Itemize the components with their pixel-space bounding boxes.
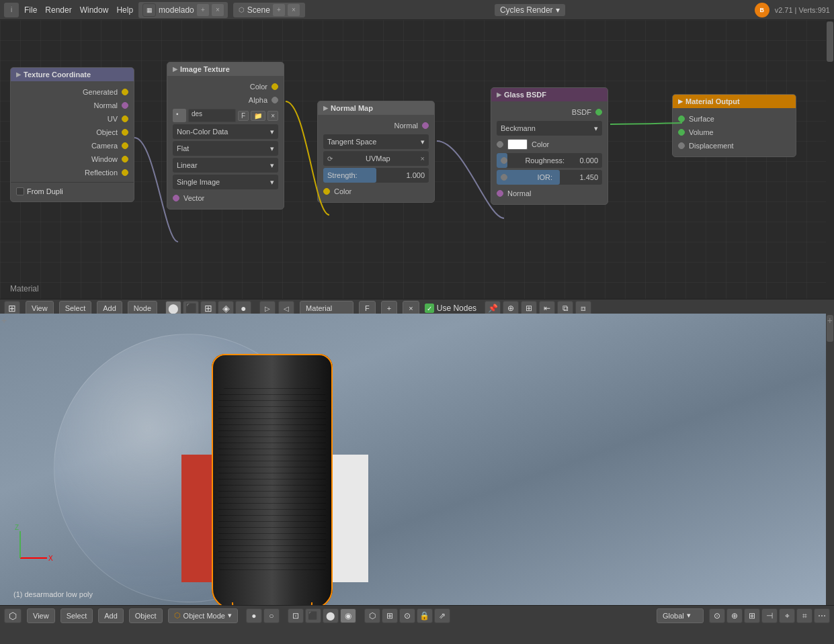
normal-map-collapse-arrow[interactable]: ▶ (323, 105, 328, 111)
normal-map-out-label: Normal (394, 122, 418, 130)
viewport-mode-group: ● ○ (246, 608, 280, 623)
workspace-mode-icon: ▦ (142, 3, 156, 17)
mirror-btn[interactable]: ⊣ (761, 608, 778, 623)
from-dupli-checkbox[interactable] (16, 187, 24, 195)
add-scene-btn[interactable]: + (273, 4, 285, 16)
menu-help[interactable]: Help (116, 5, 133, 15)
scene-selector[interactable]: ⬡ Scene + × (233, 3, 305, 17)
camera-view-btn[interactable]: ⊙ (399, 608, 415, 623)
topology-btn[interactable]: ⌖ (779, 608, 795, 623)
more-tools-btn[interactable]: ⋯ (814, 608, 830, 623)
bottom-right-tools: ⊙ ⊕ ⊞ ⊣ ⌖ ⌗ ⋯ (709, 608, 830, 623)
image-name-field[interactable]: des (188, 109, 236, 122)
viewport-solid-btn[interactable]: ● (246, 608, 262, 623)
bottom-select-btn[interactable]: Select (60, 608, 93, 623)
material-output-node[interactable]: ▶ Material Output Surface Volume Displac… (672, 94, 796, 157)
bottom-editor-type-btn[interactable]: ⬡ (4, 608, 22, 623)
alpha-out-socket (272, 97, 278, 103)
color-out-socket (272, 83, 278, 90)
corner-expand-left-btn[interactable]: + (1, 315, 7, 326)
shapekeys-btn[interactable]: ⌗ (796, 608, 812, 623)
bottom-object-btn[interactable]: Object (129, 608, 163, 623)
image-texture-title: Image Texture (180, 65, 278, 73)
svg-text:Z: Z (15, 524, 19, 531)
snap-type-btn[interactable]: ⊞ (744, 608, 760, 623)
fly-view-btn[interactable]: ⇗ (434, 608, 450, 623)
scrollbar-handle-v[interactable] (827, 21, 833, 62)
viewport-texture-btn[interactable]: ⬤ (323, 608, 339, 623)
socket-object: Object (11, 126, 134, 139)
image-row[interactable]: ▪ des F 📁 × (173, 109, 278, 122)
space-dropdown[interactable]: Tangent Space ▾ (323, 134, 429, 149)
roughness-slider[interactable]: Roughness: 0.000 (497, 153, 602, 168)
socket-normal-out: Normal (318, 119, 434, 132)
viewport-bounds-btn[interactable]: ⊡ (288, 608, 304, 623)
color-in-nm-label: Color (334, 187, 351, 195)
bottom-add-btn[interactable]: Add (98, 608, 124, 623)
color-out-label: Color (250, 83, 267, 91)
menu-render[interactable]: Render (45, 5, 71, 15)
info-icon-btn[interactable]: i (4, 3, 19, 17)
glass-bsdf-collapse-arrow[interactable]: ▶ (497, 91, 501, 98)
use-nodes-checkbox[interactable]: ✓ (425, 304, 434, 313)
node-editor-scrollbar-v[interactable] (826, 20, 834, 299)
uvmap-row[interactable]: ⟳ UVMap × (323, 151, 429, 166)
object-mode-dropdown[interactable]: ⬡ Object Mode ▾ (168, 608, 238, 623)
use-nodes-toggle[interactable]: ✓ Use Nodes (425, 304, 476, 313)
f-btn[interactable]: F (238, 111, 249, 121)
node-collapse-arrow[interactable]: ▶ (16, 71, 21, 78)
close-scene-btn[interactable]: × (288, 4, 300, 16)
normal-map-node[interactable]: ▶ Normal Map Normal Tangent Space ▾ ⟳ UV… (317, 101, 435, 203)
image-texture-collapse-arrow[interactable]: ▶ (173, 66, 177, 73)
distribution-dropdown[interactable]: Beckmann ▾ (497, 121, 602, 136)
lock-view-btn[interactable]: 🔒 (417, 608, 433, 623)
proportional-edit-btn[interactable]: ⊙ (709, 608, 725, 623)
corner-expand-btn[interactable]: + (827, 315, 833, 326)
window-socket (122, 156, 128, 163)
glass-bsdf-node[interactable]: ▶ Glass BSDF BSDF Beckmann ▾ Color (491, 87, 608, 205)
rendered-object (178, 354, 373, 605)
menu-window[interactable]: Window (80, 5, 109, 15)
bsdf-out-socket (595, 109, 602, 116)
vector-in-label: Vector (183, 194, 204, 202)
color-swatch[interactable] (507, 139, 528, 150)
socket-volume-in: Volume (673, 126, 796, 139)
uvmap-clear-btn[interactable]: × (421, 154, 425, 163)
global-orientation-dropdown[interactable]: Global ▾ (657, 608, 704, 623)
roughness-label: Roughness: (525, 156, 565, 165)
workspace-selector[interactable]: ▦ modelado + × (138, 2, 228, 18)
viewport-scrollbar-v[interactable] (826, 314, 834, 605)
projection-dropdown[interactable]: Flat ▾ (173, 141, 278, 156)
ior-slider[interactable]: IOR: 1.450 (497, 170, 602, 185)
ortho-view-btn[interactable]: ⊞ (382, 608, 398, 623)
viewport-render-btn[interactable]: ◉ (340, 608, 356, 623)
interpolation-dropdown[interactable]: Linear ▾ (173, 158, 278, 173)
node-editor[interactable]: ▶ Texture Coordinate Generated Normal UV… (0, 20, 834, 299)
image-folder-btn[interactable]: 📁 (251, 111, 265, 121)
snap-btn-bottom[interactable]: ⊕ (726, 608, 743, 623)
vector-in-socket (173, 195, 179, 201)
viewport-wire-btn[interactable]: ○ (263, 608, 280, 623)
material-output-collapse-arrow[interactable]: ▶ (678, 98, 683, 105)
socket-alpha-out: Alpha (167, 93, 284, 107)
image-preview-btn[interactable]: ▪ (173, 109, 186, 122)
image-texture-node[interactable]: ▶ Image Texture Color Alpha ▪ des F 📁 (167, 62, 284, 210)
persp-view-btn[interactable]: ⬡ (364, 608, 380, 623)
extension-dropdown[interactable]: Single Image ▾ (173, 175, 278, 189)
extension-label: Single Image (177, 178, 220, 186)
strength-slider[interactable]: Strength: 1.000 (323, 168, 429, 183)
texture-coordinate-node[interactable]: ▶ Texture Coordinate Generated Normal UV… (10, 67, 134, 202)
viewport-fill-btn[interactable]: ⬛ (305, 608, 321, 623)
engine-selector[interactable]: Cycles Render ▾ (495, 4, 565, 16)
reflection-label: Reflection (85, 169, 118, 177)
bottom-view-btn[interactable]: View (27, 608, 55, 623)
menu-file[interactable]: File (24, 5, 37, 15)
add-workspace-btn[interactable]: + (197, 4, 209, 16)
color-space-dropdown[interactable]: Non-Color Data ▾ (173, 124, 278, 139)
socket-camera: Camera (11, 139, 134, 152)
image-close-btn[interactable]: × (267, 111, 278, 121)
displacement-in-socket (678, 142, 685, 149)
close-workspace-btn[interactable]: × (212, 4, 224, 16)
interpolation-arrow: ▾ (270, 161, 274, 170)
socket-displacement-in: Displacement (673, 139, 796, 152)
